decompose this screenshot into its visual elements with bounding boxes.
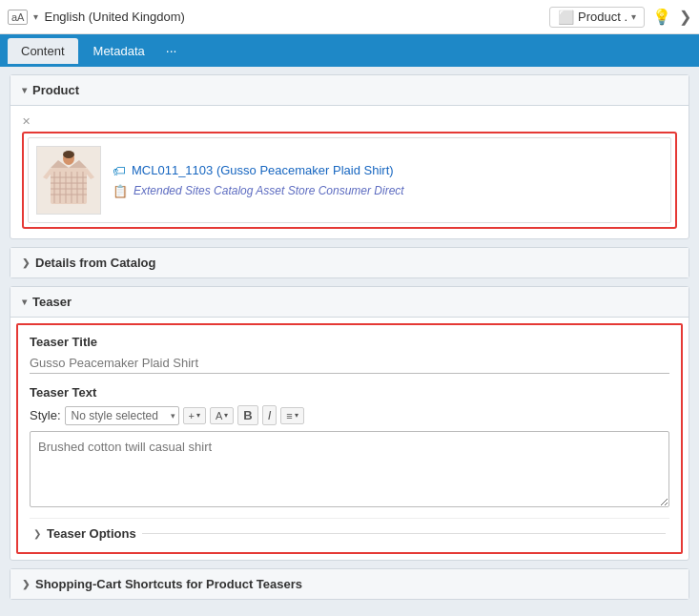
tab-bar: Content Metadata ··· — [0, 34, 699, 67]
details-section: ❯ Details from Catalog — [10, 247, 689, 278]
teaser-options-label: Teaser Options — [47, 526, 136, 541]
teaser-title-input[interactable] — [30, 353, 669, 374]
toolbar-italic-button[interactable]: I — [262, 405, 278, 425]
product-name: MCL011_1103 (Gusso Peacemaker Plaid Shir… — [132, 163, 394, 177]
main-content: ▾ Product ✕ — [0, 67, 699, 616]
teaser-chevron-icon: ▾ — [22, 297, 27, 307]
toolbar-btn-plus[interactable]: + ▾ — [183, 407, 206, 424]
product-chevron-icon: ▾ — [22, 85, 27, 95]
product-store: Extended Sites Catalog Asset Store Consu… — [134, 184, 404, 197]
close-product-icon[interactable]: ✕ — [22, 115, 677, 128]
style-toolbar: Style: No style selected ▾ + ▾ A ▾ — [30, 405, 669, 425]
shopping-section: ❯ Shopping-Cart Shortcuts for Product Te… — [10, 568, 689, 600]
teaser-section: ▾ Teaser Teaser Title Teaser Text Style:… — [10, 286, 689, 561]
toolbar-btn-font-arrow: ▾ — [224, 411, 228, 420]
plus-icon: + — [189, 410, 195, 421]
details-section-title: Details from Catalog — [35, 256, 155, 270]
product-section-title: Product — [32, 83, 79, 97]
style-select[interactable]: No style selected — [65, 406, 179, 425]
teaser-options-row[interactable]: ❯ Teaser Options — [30, 518, 669, 543]
product-badge[interactable]: ⬜ Product . ▾ — [549, 7, 645, 28]
teaser-section-title: Teaser — [32, 295, 72, 309]
tab-more[interactable]: ··· — [160, 39, 183, 62]
top-bar-right: ⬜ Product . ▾ 💡 ❯ — [549, 7, 691, 28]
toolbar-btn-font-size[interactable]: A ▾ — [210, 407, 234, 424]
svg-point-16 — [63, 151, 74, 158]
product-section-header[interactable]: ▾ Product — [10, 75, 689, 106]
product-badge-label: Product . — [578, 10, 627, 24]
toolbar-align-button[interactable]: ≡ ▾ — [280, 407, 303, 424]
bulb-icon[interactable]: 💡 — [652, 8, 671, 26]
font-size-icon[interactable]: aA — [8, 10, 28, 25]
product-card: 🏷 MCL011_1103 (Gusso Peacemaker Plaid Sh… — [28, 137, 671, 223]
top-bar: aA ▾ English (United Kingdom) ⬜ Product … — [0, 0, 699, 34]
teaser-title-label: Teaser Title — [30, 335, 669, 349]
close-panel-icon[interactable]: ❯ — [679, 8, 691, 26]
teaser-options-chevron: ❯ — [33, 528, 41, 539]
svg-rect-0 — [51, 168, 87, 204]
toolbar-btn-plus-arrow: ▾ — [196, 411, 200, 420]
product-section-body: ✕ — [10, 106, 689, 238]
tab-metadata[interactable]: Metadata — [80, 38, 158, 64]
shopping-chevron-icon: ❯ — [22, 579, 30, 589]
product-name-row: 🏷 MCL011_1103 (Gusso Peacemaker Plaid Sh… — [113, 163, 404, 178]
style-label: Style: — [30, 408, 61, 422]
teaser-options-divider — [142, 533, 666, 534]
font-size-btn-icon: A — [216, 410, 222, 421]
teaser-text-label: Teaser Text — [30, 385, 669, 400]
product-store-row: 📋 Extended Sites Catalog Asset Store Con… — [113, 184, 404, 198]
product-icon: ⬜ — [558, 10, 574, 25]
align-icon: ≡ — [286, 410, 292, 421]
product-section: ▾ Product ✕ — [10, 74, 689, 239]
product-dropdown-arrow[interactable]: ▾ — [631, 11, 636, 22]
toolbar-bold-button[interactable]: B — [237, 405, 257, 425]
teaser-section-header[interactable]: ▾ Teaser — [10, 287, 689, 318]
details-section-header[interactable]: ❯ Details from Catalog — [10, 248, 689, 277]
product-thumbnail — [36, 146, 101, 215]
language-label: English (United Kingdom) — [44, 10, 184, 24]
tab-content[interactable]: Content — [8, 38, 78, 64]
style-select-wrapper[interactable]: No style selected ▾ — [65, 406, 179, 425]
product-info: 🏷 MCL011_1103 (Gusso Peacemaker Plaid Sh… — [113, 163, 404, 198]
shopping-section-title: Shopping-Cart Shortcuts for Product Teas… — [35, 577, 302, 591]
top-bar-left: aA ▾ English (United Kingdom) — [8, 10, 549, 25]
teaser-body: Teaser Title Teaser Text Style: No style… — [16, 323, 683, 554]
shopping-section-header[interactable]: ❯ Shopping-Cart Shortcuts for Product Te… — [10, 569, 689, 599]
language-dropdown-arrow[interactable]: ▾ — [33, 11, 38, 22]
product-card-wrapper: 🏷 MCL011_1103 (Gusso Peacemaker Plaid Sh… — [22, 132, 677, 229]
product-item-icon: 🏷 — [113, 163, 126, 178]
details-chevron-icon: ❯ — [22, 257, 30, 268]
teaser-textarea[interactable] — [30, 431, 669, 507]
store-icon: 📋 — [113, 184, 128, 198]
toolbar-align-arrow: ▾ — [295, 411, 298, 420]
